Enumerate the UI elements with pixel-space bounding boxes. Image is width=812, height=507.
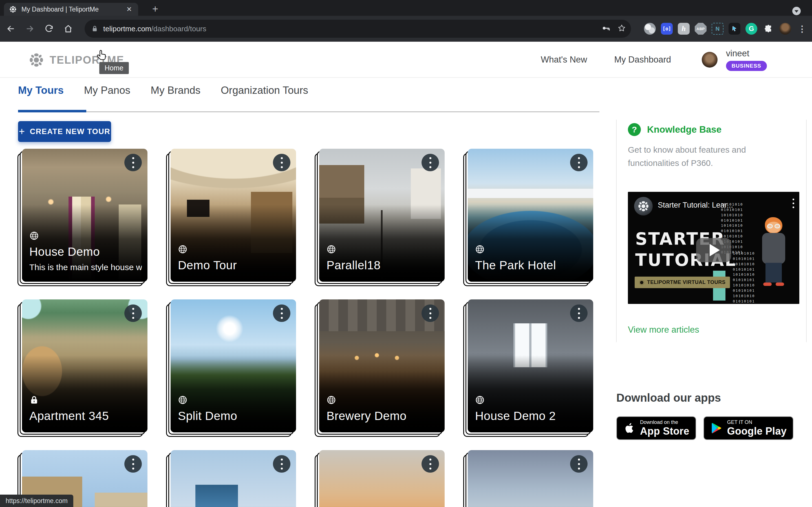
tutorial-video-embed[interactable]: Starter Tutorial: Lear... 10101010 01010… [628,192,799,304]
new-tab-button[interactable]: + [152,3,158,15]
tour-title: Parallel18 [326,259,439,272]
store-badges: Download on the App Store GET IT ON Goog… [616,416,794,440]
create-new-tour-button[interactable]: + CREATE NEW TOUR [18,121,111,142]
sessionbox-extension-icon[interactable] [644,23,656,35]
tab-close-icon[interactable]: ✕ [125,5,133,13]
tour-menu-button[interactable] [421,304,439,322]
tour-title: The Park Hotel [475,259,588,272]
tour-info: Parallel18 [326,244,439,272]
download-apps-heading: Download our apps [616,392,721,404]
tour-menu-button[interactable] [124,304,142,322]
tab-organization-tours[interactable]: Organization Tours [221,84,308,107]
tab-my-panos[interactable]: My Panos [84,84,131,107]
bookmark-star-icon[interactable] [617,24,626,34]
tour-card[interactable]: Brewery Demo [319,299,445,432]
home-button[interactable] [60,20,77,37]
tour-subtitle: This is the main style house we [29,263,142,272]
tour-menu-button[interactable] [273,154,290,171]
obs-extension-icon[interactable]: [o] [661,23,673,35]
tour-menu-button[interactable] [421,455,439,473]
globe-icon [326,395,336,405]
knowledge-base-panel: ? Knowledge Base Get to know about featu… [616,120,807,342]
video-brand-badge: TELIPORTME VIRTUAL TOURS [635,277,730,288]
globe-icon [178,395,188,405]
user-chip[interactable]: vineet BUSINESS [702,42,767,78]
video-title: Starter Tutorial: Lear... [658,201,770,210]
tour-title: House Demo [29,245,142,259]
url-domain: teliportme.com [103,24,151,33]
globe-icon [475,395,485,405]
globe-icon [475,244,485,254]
video-channel-logo-icon [634,197,653,216]
google-play-badge[interactable]: GET IT ON Google Play [703,416,794,440]
tab-my-tours[interactable]: My Tours [18,84,64,107]
tour-card[interactable]: Split Demo [170,299,296,432]
tabs-divider [18,112,599,112]
nimbus-capture-extension-icon[interactable]: N [712,23,723,35]
tour-card[interactable] [319,450,445,507]
plan-badge: BUSINESS [726,61,767,71]
address-bar[interactable]: teliportme.com/dashboard/tours [85,20,631,38]
tour-card[interactable]: The Park Hotel [468,149,593,282]
tour-card[interactable] [468,450,593,507]
tour-title: House Demo 2 [475,409,588,423]
browser-menu-kebab-icon[interactable]: ⋮ [796,23,808,35]
plus-icon: + [19,126,25,137]
knowledge-base-title: Knowledge Base [647,124,721,135]
tour-menu-button[interactable] [421,154,439,171]
globe-icon [29,231,39,240]
tour-card[interactable]: Apartment 345 [22,299,147,432]
tour-menu-button[interactable] [570,304,588,322]
nav-my-dashboard[interactable]: My Dashboard [614,55,671,65]
tour-info: The Park Hotel [475,244,588,272]
tour-info: Split Demo [178,395,290,423]
tour-menu-button[interactable] [570,154,588,171]
cursor-extension-icon[interactable] [728,23,741,35]
tour-menu-button[interactable] [273,304,290,322]
tour-info: Demo Tour [178,244,290,272]
video-play-button[interactable] [696,238,731,262]
grammarly-extension-icon[interactable]: G [746,23,757,35]
status-url: https://teliportme.com [6,497,68,505]
tour-card[interactable]: House Demo 2 [468,299,593,432]
extensions-puzzle-icon[interactable] [762,23,774,35]
user-avatar[interactable] [702,52,718,68]
google-play-icon [710,422,723,434]
reload-button[interactable] [41,20,57,37]
nav-whats-new[interactable]: What's New [541,55,587,65]
tour-title: Demo Tour [178,259,290,272]
back-button[interactable] [2,20,19,37]
browser-tab[interactable]: My Dashboard | TeliportMe ✕ [4,3,138,16]
chevron-down-icon [795,10,799,13]
lock-icon [29,395,39,405]
tour-menu-button[interactable] [570,455,588,473]
browser-profile-avatar[interactable] [779,23,791,35]
globe-icon [178,244,188,254]
browser-window: My Dashboard | TeliportMe ✕ + teliportme… [0,0,812,507]
mini-globe-icon [639,280,644,285]
tour-grid: House Demo This is the main style house … [22,149,593,507]
password-key-icon[interactable] [602,24,610,34]
tab-my-brands[interactable]: My Brands [151,84,200,107]
tour-menu-button[interactable] [124,455,142,473]
video-menu-kebab-icon[interactable] [793,199,794,208]
tour-menu-button[interactable] [124,154,142,171]
tab-search-button[interactable] [792,7,801,15]
app-store-badge[interactable]: Download on the App Store [616,416,696,440]
tour-card[interactable] [170,450,296,507]
url-text: teliportme.com/dashboard/tours [103,24,206,33]
view-more-articles-link[interactable]: View more articles [628,325,699,335]
dashboard-tabs: My Tours My Panos My Brands Organization… [18,84,308,107]
teliportme-favicon-icon [9,5,17,13]
tour-card[interactable]: Demo Tour [170,149,296,282]
tour-card[interactable]: House Demo This is the main style house … [22,149,147,282]
tour-menu-button[interactable] [273,455,290,473]
tour-info: House Demo This is the main style house … [29,231,142,272]
adblock-plus-extension-icon[interactable]: ABP [695,23,707,35]
teliportme-globe-icon [28,52,45,68]
honey-extension-icon[interactable]: h [678,23,690,35]
forward-button[interactable] [21,20,38,37]
tour-card[interactable]: Parallel18 [319,149,445,282]
user-name: vineet [726,48,749,59]
tour-info: Brewery Demo [326,395,439,423]
